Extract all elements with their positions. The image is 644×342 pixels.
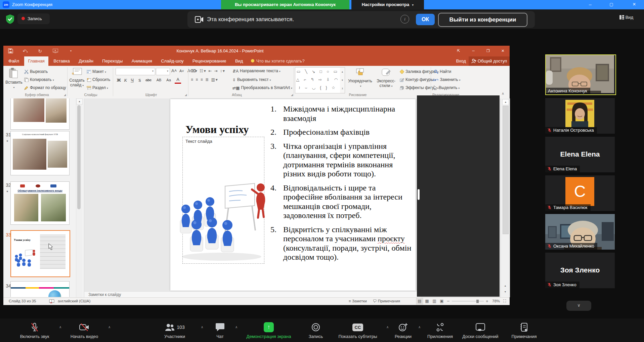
text-direction-button[interactable]: ⇵AНаправление текста▾ (232, 67, 281, 75)
view-buttons[interactable]: ▤▦▥▣ (416, 298, 445, 305)
spellcheck-icon[interactable] (49, 299, 54, 303)
thumbnail-panel-scrollbar[interactable]: ▲ (76, 98, 82, 297)
undo-button[interactable]: ↶▾ (19, 46, 31, 56)
italic-button[interactable]: К (122, 77, 129, 84)
participants-button[interactable]: 103 Участники (153, 322, 197, 339)
view-layout-button[interactable]: Вид (619, 15, 633, 20)
collapse-participants-button[interactable]: ∨ (566, 301, 591, 311)
tab-design[interactable]: Дизайн (75, 56, 97, 66)
decrease-font-button[interactable]: A˅ (179, 67, 184, 75)
participants-options-chevron[interactable]: ∧ (201, 325, 203, 329)
ppt-minimize-button[interactable]: – (468, 46, 479, 56)
font-dialog-launcher[interactable]: ◢ (185, 93, 187, 96)
zoom-in-button[interactable]: + (486, 298, 488, 305)
slide-area-scrollbar[interactable]: ▲ ▲ ▼ (501, 98, 510, 297)
save-button[interactable] (5, 46, 16, 56)
chat-button[interactable]: Чат (207, 322, 233, 339)
minimize-button[interactable]: – (584, 0, 597, 9)
slide-thumbnail-31[interactable]: Соціально-психологічний факультет УТВ (10, 131, 70, 175)
sign-in-button[interactable]: Вход (456, 56, 466, 66)
scroll-up-arrow[interactable]: ▲ (502, 99, 509, 105)
participant-tile-zoya[interactable]: Зоя Зленко Зоя Зленко (545, 253, 615, 288)
new-slide-button[interactable]: Создать слайд▾ (69, 67, 85, 88)
notes-pane[interactable]: Заметки к слайду (84, 291, 421, 298)
shape-fill-button[interactable]: Заливка фигуры▾ (400, 68, 439, 75)
scrollbar-thumb[interactable] (77, 105, 81, 209)
paste-button[interactable]: Вставить▾ (5, 67, 22, 90)
cut-button[interactable]: Вырезать (24, 68, 48, 75)
info-icon[interactable]: i (400, 15, 409, 24)
tab-view[interactable]: Вид (231, 56, 247, 66)
font-color-button[interactable]: А (175, 77, 181, 84)
chat-options-chevron[interactable]: ∧ (235, 325, 238, 329)
tab-insert[interactable]: Вставка (50, 56, 73, 66)
tab-transitions[interactable]: Переходы (98, 56, 126, 66)
slide-thumbnail-34[interactable] (10, 281, 70, 297)
start-video-button[interactable]: Начать видео (62, 322, 106, 339)
shapes-gallery-scrollbar[interactable]: ▲▼⊼ (340, 67, 345, 93)
captions-options-chevron[interactable]: ∧ (386, 325, 389, 329)
strikethrough-button[interactable]: abc (144, 77, 153, 84)
ok-button[interactable]: ОК (416, 14, 435, 25)
close-button[interactable]: × (628, 0, 641, 9)
mute-options-chevron[interactable]: ∧ (59, 325, 61, 329)
font-size-select[interactable]: ▾ (156, 68, 170, 75)
scrollbar-thumb[interactable] (503, 106, 509, 234)
zoom-slider-thumb[interactable] (476, 300, 479, 303)
reactions-options-chevron[interactable]: ∧ (418, 325, 421, 329)
paragraph-dialog-launcher[interactable]: ◢ (291, 93, 293, 96)
whiteboards-button[interactable]: Доски сообщений (459, 322, 502, 339)
previous-slide-button[interactable]: ▲ (502, 283, 508, 289)
next-slide-button[interactable]: ▼ (502, 289, 508, 295)
bold-button[interactable]: Ж (116, 77, 122, 84)
reading-view-button[interactable]: ▥ (431, 298, 438, 305)
align-text-button[interactable]: ⇳Выровнять текст▾ (232, 76, 271, 83)
tab-file[interactable]: Файл (5, 56, 23, 66)
smartart-button[interactable]: ⇄▦Преобразовать в SmartArt▾ (232, 84, 292, 91)
ppt-close-button[interactable]: × (497, 46, 509, 56)
layout-button[interactable]: Макет▾ (87, 68, 106, 75)
maximize-button[interactable]: ▢ (605, 0, 618, 9)
normal-view-button[interactable]: ▤ (416, 298, 423, 305)
slide-thumbnail-30[interactable] (10, 98, 70, 130)
tab-home[interactable]: Главная (24, 56, 48, 66)
ppt-restore-button[interactable]: ❐ (482, 46, 494, 56)
start-slideshow-button[interactable] (50, 46, 61, 56)
slide-thumbnail-32[interactable]: Облаштування інклюзивного входу (10, 181, 70, 225)
tell-me-box[interactable]: Что вы хотите сделать? (251, 58, 305, 63)
participant-tile-antonina[interactable]: Антонина Конончук (545, 54, 616, 95)
view-settings-button[interactable]: Настройки просмотра▾ (351, 0, 424, 9)
participant-tile-elena[interactable]: Elena Elena Elena Elena (545, 137, 615, 172)
redo-button[interactable]: ↻ (34, 46, 46, 56)
arrange-button[interactable]: Упорядочить▾ (347, 67, 374, 89)
alignment-buttons[interactable]: ≡ ≡ ≡ ≣ ▥▾ (191, 76, 218, 83)
shapes-gallery[interactable]: ▭ ╲ ↘ □ ○ ▭ △ ⌐ ↰ ⇨ ⇩ ◠ ≀ ⌣ ◡ { } ☆ (295, 67, 341, 93)
tab-animations[interactable]: Анимация (128, 56, 156, 66)
quick-styles-button[interactable]: Экспресс- стили▾ (375, 67, 397, 89)
slideshow-view-button[interactable]: ▣ (438, 298, 445, 305)
font-name-select[interactable]: ▾ (116, 68, 155, 75)
qat-customize-button[interactable]: ▾ (65, 46, 77, 56)
language-indicator[interactable]: английский (США) (58, 298, 90, 305)
tab-review[interactable]: Рецензирование (189, 56, 230, 66)
scroll-up-arrow[interactable]: ▲ (76, 98, 83, 104)
security-shield-icon[interactable] (5, 14, 15, 24)
slide-thumbnail-33-selected[interactable]: Умови успіху (10, 230, 70, 277)
mute-button[interactable]: Включить звук (13, 322, 56, 339)
reactions-button[interactable]: Реакции (390, 322, 417, 339)
fit-to-window-button[interactable]: ⛶ (503, 298, 506, 305)
captions-button[interactable]: CC Показать субтитры (331, 322, 385, 339)
zoom-out-button[interactable]: − (447, 298, 449, 305)
tab-slideshow[interactable]: Слайд-шоу (157, 56, 187, 66)
ribbon-display-options-button[interactable]: ⇱ (453, 46, 464, 56)
share-screen-button[interactable]: ↑ Демонстрация экрана (240, 322, 297, 339)
select-button[interactable]: Выделить▾ (434, 84, 460, 91)
text-shadow-button[interactable]: S (136, 77, 143, 84)
character-spacing-button[interactable]: АВ (155, 77, 163, 84)
leave-conference-button[interactable]: Выйти из конференции (438, 13, 527, 27)
share-button[interactable]: Общий доступ (469, 56, 510, 66)
copy-button[interactable]: Копировать▾ (24, 76, 54, 83)
collapse-ribbon-button[interactable]: ∧ (502, 91, 504, 96)
participant-tile-natalia[interactable]: Наталія Островська (545, 98, 615, 134)
section-button[interactable]: Раздел▾ (87, 84, 108, 91)
